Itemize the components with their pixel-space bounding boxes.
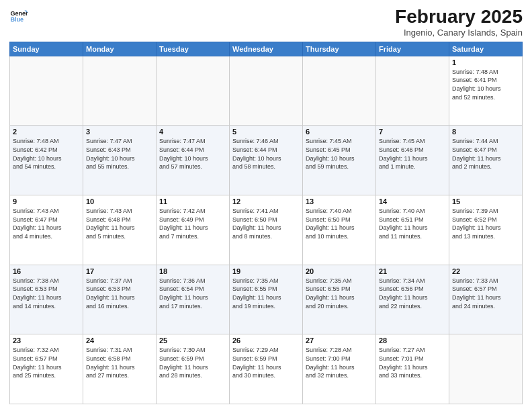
day-cell: 17Sunrise: 7:37 AM Sunset: 6:53 PM Dayli… <box>83 265 157 334</box>
day-info: Sunrise: 7:33 AM Sunset: 6:57 PM Dayligh… <box>452 277 519 310</box>
day-info: Sunrise: 7:29 AM Sunset: 6:59 PM Dayligh… <box>232 346 300 379</box>
day-number: 15 <box>452 197 519 205</box>
day-info: Sunrise: 7:28 AM Sunset: 7:00 PM Dayligh… <box>306 346 373 379</box>
day-info: Sunrise: 7:45 AM Sunset: 6:46 PM Dayligh… <box>379 137 446 171</box>
day-cell: 9Sunrise: 7:43 AM Sunset: 6:47 PM Daylig… <box>10 195 83 265</box>
day-number: 5 <box>232 128 300 136</box>
day-number: 26 <box>232 336 300 345</box>
day-cell: 4Sunrise: 7:47 AM Sunset: 6:44 PM Daylig… <box>157 126 230 195</box>
day-number: 27 <box>306 336 373 345</box>
day-number: 14 <box>379 197 446 205</box>
col-header-saturday: Saturday <box>449 42 523 56</box>
day-number: 20 <box>306 267 373 275</box>
day-cell: 21Sunrise: 7:34 AM Sunset: 6:56 PM Dayli… <box>376 265 449 334</box>
day-info: Sunrise: 7:37 AM Sunset: 6:53 PM Dayligh… <box>86 277 153 310</box>
day-info: Sunrise: 7:38 AM Sunset: 6:53 PM Dayligh… <box>13 277 80 310</box>
day-cell: 12Sunrise: 7:41 AM Sunset: 6:50 PM Dayli… <box>230 195 303 265</box>
title-area: February 2025 Ingenio, Canary Islands, S… <box>395 7 523 38</box>
day-cell: 1Sunrise: 7:48 AM Sunset: 6:41 PM Daylig… <box>449 56 523 126</box>
day-cell: 8Sunrise: 7:44 AM Sunset: 6:47 PM Daylig… <box>449 126 523 195</box>
day-info: Sunrise: 7:42 AM Sunset: 6:49 PM Dayligh… <box>159 207 226 240</box>
day-info: Sunrise: 7:31 AM Sunset: 6:58 PM Dayligh… <box>86 346 153 379</box>
day-number: 9 <box>13 197 80 205</box>
day-cell: 5Sunrise: 7:46 AM Sunset: 6:44 PM Daylig… <box>230 126 303 195</box>
month-title: February 2025 <box>395 7 523 28</box>
day-info: Sunrise: 7:34 AM Sunset: 6:56 PM Dayligh… <box>379 277 446 310</box>
day-cell <box>230 56 303 126</box>
day-cell: 26Sunrise: 7:29 AM Sunset: 6:59 PM Dayli… <box>230 334 303 404</box>
week-row-1: 1Sunrise: 7:48 AM Sunset: 6:41 PM Daylig… <box>10 56 523 126</box>
header: General Blue February 2025 Ingenio, Cana… <box>9 7 523 38</box>
day-cell <box>83 56 157 126</box>
day-info: Sunrise: 7:30 AM Sunset: 6:59 PM Dayligh… <box>159 346 226 379</box>
day-cell: 2Sunrise: 7:48 AM Sunset: 6:42 PM Daylig… <box>10 126 83 195</box>
day-number: 7 <box>379 128 446 136</box>
day-number: 13 <box>306 197 373 205</box>
day-number: 1 <box>452 58 519 66</box>
day-cell: 28Sunrise: 7:27 AM Sunset: 7:01 PM Dayli… <box>376 334 449 404</box>
day-cell: 27Sunrise: 7:28 AM Sunset: 7:00 PM Dayli… <box>303 334 376 404</box>
day-info: Sunrise: 7:43 AM Sunset: 6:47 PM Dayligh… <box>13 207 80 240</box>
day-info: Sunrise: 7:35 AM Sunset: 6:55 PM Dayligh… <box>232 277 300 310</box>
day-cell: 20Sunrise: 7:35 AM Sunset: 6:55 PM Dayli… <box>303 265 376 334</box>
day-info: Sunrise: 7:32 AM Sunset: 6:57 PM Dayligh… <box>13 346 80 379</box>
location: Ingenio, Canary Islands, Spain <box>395 28 523 38</box>
calendar-table: SundayMondayTuesdayWednesdayThursdayFrid… <box>9 42 523 404</box>
day-cell: 16Sunrise: 7:38 AM Sunset: 6:53 PM Dayli… <box>10 265 83 334</box>
day-number: 28 <box>379 336 446 345</box>
day-cell: 14Sunrise: 7:40 AM Sunset: 6:51 PM Dayli… <box>376 195 449 265</box>
day-cell: 23Sunrise: 7:32 AM Sunset: 6:57 PM Dayli… <box>10 334 83 404</box>
day-info: Sunrise: 7:35 AM Sunset: 6:55 PM Dayligh… <box>306 277 373 310</box>
day-info: Sunrise: 7:47 AM Sunset: 6:43 PM Dayligh… <box>86 137 153 171</box>
day-cell: 6Sunrise: 7:45 AM Sunset: 6:45 PM Daylig… <box>303 126 376 195</box>
day-cell <box>10 56 83 126</box>
day-cell: 10Sunrise: 7:43 AM Sunset: 6:48 PM Dayli… <box>83 195 157 265</box>
day-number: 12 <box>232 197 300 205</box>
day-number: 22 <box>452 267 519 275</box>
week-row-3: 9Sunrise: 7:43 AM Sunset: 6:47 PM Daylig… <box>10 195 523 265</box>
logo: General Blue <box>9 7 28 26</box>
day-number: 10 <box>86 197 153 205</box>
day-info: Sunrise: 7:43 AM Sunset: 6:48 PM Dayligh… <box>86 207 153 240</box>
day-info: Sunrise: 7:41 AM Sunset: 6:50 PM Dayligh… <box>232 207 300 240</box>
day-cell: 7Sunrise: 7:45 AM Sunset: 6:46 PM Daylig… <box>376 126 449 195</box>
day-cell <box>303 56 376 126</box>
day-info: Sunrise: 7:36 AM Sunset: 6:54 PM Dayligh… <box>159 277 226 310</box>
day-number: 8 <box>452 128 519 136</box>
day-cell <box>449 334 523 404</box>
col-header-wednesday: Wednesday <box>230 42 303 56</box>
day-cell: 13Sunrise: 7:40 AM Sunset: 6:50 PM Dayli… <box>303 195 376 265</box>
day-info: Sunrise: 7:39 AM Sunset: 6:52 PM Dayligh… <box>452 207 519 240</box>
day-info: Sunrise: 7:40 AM Sunset: 6:50 PM Dayligh… <box>306 207 373 240</box>
week-row-5: 23Sunrise: 7:32 AM Sunset: 6:57 PM Dayli… <box>10 334 523 404</box>
logo-icon: General Blue <box>9 7 28 26</box>
day-info: Sunrise: 7:44 AM Sunset: 6:47 PM Dayligh… <box>452 137 519 171</box>
day-number: 6 <box>306 128 373 136</box>
day-cell: 15Sunrise: 7:39 AM Sunset: 6:52 PM Dayli… <box>449 195 523 265</box>
day-cell <box>157 56 230 126</box>
day-number: 18 <box>159 267 226 275</box>
day-cell: 18Sunrise: 7:36 AM Sunset: 6:54 PM Dayli… <box>157 265 230 334</box>
day-info: Sunrise: 7:48 AM Sunset: 6:41 PM Dayligh… <box>452 68 519 101</box>
col-header-tuesday: Tuesday <box>157 42 230 56</box>
day-number: 16 <box>13 267 80 275</box>
day-number: 25 <box>159 336 226 345</box>
day-number: 19 <box>232 267 300 275</box>
day-info: Sunrise: 7:48 AM Sunset: 6:42 PM Dayligh… <box>13 137 80 171</box>
day-info: Sunrise: 7:40 AM Sunset: 6:51 PM Dayligh… <box>379 207 446 240</box>
week-row-2: 2Sunrise: 7:48 AM Sunset: 6:42 PM Daylig… <box>10 126 523 195</box>
day-number: 21 <box>379 267 446 275</box>
day-number: 24 <box>86 336 153 345</box>
day-cell: 22Sunrise: 7:33 AM Sunset: 6:57 PM Dayli… <box>449 265 523 334</box>
col-header-friday: Friday <box>376 42 449 56</box>
day-number: 11 <box>159 197 226 205</box>
col-header-thursday: Thursday <box>303 42 376 56</box>
day-info: Sunrise: 7:45 AM Sunset: 6:45 PM Dayligh… <box>306 137 373 171</box>
day-cell: 19Sunrise: 7:35 AM Sunset: 6:55 PM Dayli… <box>230 265 303 334</box>
day-number: 17 <box>86 267 153 275</box>
day-cell: 24Sunrise: 7:31 AM Sunset: 6:58 PM Dayli… <box>83 334 157 404</box>
day-info: Sunrise: 7:27 AM Sunset: 7:01 PM Dayligh… <box>379 346 446 379</box>
day-number: 3 <box>86 128 153 136</box>
day-number: 4 <box>159 128 226 136</box>
day-cell: 3Sunrise: 7:47 AM Sunset: 6:43 PM Daylig… <box>83 126 157 195</box>
